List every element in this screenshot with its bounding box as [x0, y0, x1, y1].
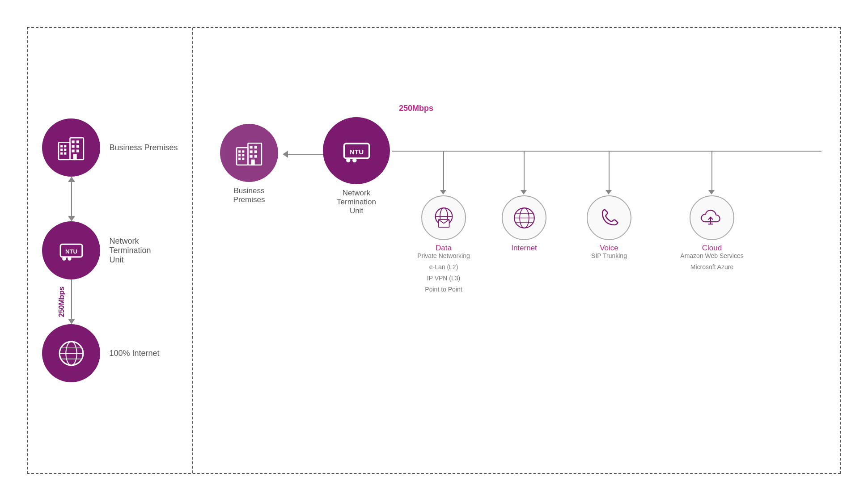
data-sublabels: Private Networking e-Lan (L2) IP VPN (L3… [412, 251, 475, 294]
left-item-internet: 100% Internet [42, 324, 159, 382]
arrow-left-head [283, 151, 288, 158]
right-ntu-label: NetworkTerminationUnit [337, 189, 376, 216]
arrow-line-horizontal [288, 154, 324, 155]
business-label: Business Premises [109, 143, 178, 152]
main-horizontal-line [392, 151, 821, 152]
svg-rect-12 [72, 149, 74, 152]
globe-icon [42, 324, 100, 382]
svg-rect-4 [60, 148, 63, 151]
svg-point-42 [352, 158, 356, 162]
service-internet: Internet [502, 195, 546, 253]
drop-arrow-data [440, 190, 446, 194]
drop-line-voice [609, 151, 610, 191]
drop-arrow-voice [605, 190, 612, 194]
voice-sublabels: SIP Trunking [578, 251, 640, 261]
svg-rect-6 [60, 152, 63, 154]
svg-point-18 [68, 257, 71, 260]
arrow-up-icon [68, 177, 75, 182]
right-ntu-item: NTU NetworkTerminationUnit [323, 117, 390, 216]
right-business-icon [220, 124, 278, 182]
svg-rect-36 [250, 155, 252, 157]
arrow-down-icon-2 [68, 319, 75, 324]
data-sub-4: Point to Point [425, 285, 462, 294]
cloud-sub-2: Microsoft Azure [690, 262, 733, 272]
vertical-line [71, 182, 72, 216]
svg-rect-32 [250, 146, 252, 148]
svg-rect-33 [254, 146, 257, 148]
service-cloud: Cloud [690, 195, 734, 253]
voice-icon [587, 195, 631, 240]
svg-rect-37 [254, 155, 257, 157]
svg-rect-3 [64, 145, 66, 147]
service-data: Data [421, 195, 466, 253]
svg-text:NTU: NTU [349, 148, 363, 155]
right-panel: 250Mbps [193, 28, 840, 473]
left-item-business: Business Premises [42, 118, 178, 177]
cloud-sublabels: Amazon Web Services Microsoft Azure [676, 251, 748, 272]
svg-rect-8 [72, 140, 74, 143]
main-diagram: Business Premises NTU [27, 27, 841, 474]
drop-arrow-internet [521, 190, 527, 194]
left-panel: Business Premises NTU [28, 28, 193, 473]
vertical-line-2 [71, 279, 72, 319]
svg-rect-11 [76, 145, 79, 148]
svg-rect-2 [60, 145, 63, 147]
drop-line-cloud [711, 151, 712, 191]
cloud-sub-1: Amazon Web Services [680, 251, 743, 261]
drop-arrow-cloud [708, 190, 715, 194]
svg-rect-10 [72, 145, 74, 148]
business-icon [42, 118, 100, 177]
arrow-down-icon [68, 216, 75, 221]
data-icon [421, 195, 466, 240]
data-sub-3: IP VPN (L3) [427, 274, 460, 283]
svg-rect-26 [238, 150, 241, 152]
service-voice: Voice [587, 195, 631, 253]
svg-rect-14 [73, 154, 77, 159]
data-sub-2: e-Lan (L2) [429, 262, 458, 272]
left-item-ntu: NTU NetworkTerminationUnit [42, 221, 151, 279]
ntu-icon: NTU [42, 221, 100, 279]
internet-icon [502, 195, 546, 240]
cloud-icon [690, 195, 734, 240]
right-business-label: BusinessPremises [233, 186, 265, 204]
internet-label: 100% Internet [109, 349, 159, 358]
svg-rect-34 [250, 150, 252, 153]
internet-label: Internet [511, 244, 537, 253]
svg-text:NTU: NTU [65, 248, 77, 254]
voice-sub-1: SIP Trunking [591, 251, 627, 261]
drop-line-data [443, 151, 444, 191]
svg-rect-29 [242, 154, 244, 156]
svg-rect-38 [251, 159, 254, 165]
ntu-to-business-arrow [283, 151, 324, 158]
svg-rect-13 [76, 149, 79, 152]
svg-point-17 [62, 257, 66, 260]
svg-rect-7 [64, 152, 66, 154]
svg-rect-28 [238, 154, 241, 156]
svg-rect-31 [242, 157, 244, 160]
svg-point-41 [346, 158, 350, 162]
ntu-label: NetworkTerminationUnit [109, 237, 151, 265]
svg-rect-35 [254, 150, 257, 153]
data-sub-1: Private Networking [417, 251, 470, 261]
speed-label-left: 250Mbps [58, 287, 66, 317]
svg-rect-30 [238, 157, 241, 160]
svg-rect-9 [76, 140, 79, 143]
right-business-item: BusinessPremises [220, 124, 278, 204]
speed-label-right: 250Mbps [399, 104, 433, 113]
right-ntu-icon: NTU [323, 117, 390, 184]
drop-line-internet [524, 151, 525, 191]
svg-rect-5 [64, 148, 66, 151]
svg-rect-27 [242, 150, 244, 152]
